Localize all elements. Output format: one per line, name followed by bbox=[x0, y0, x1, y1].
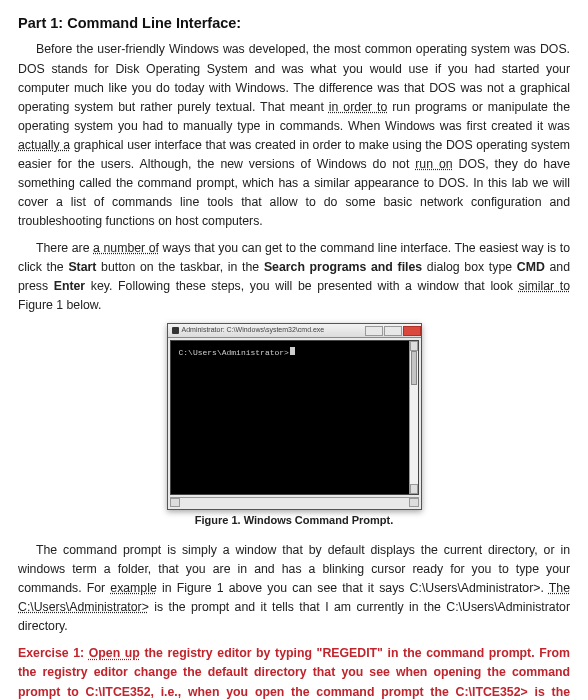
scroll-right-icon[interactable] bbox=[409, 498, 419, 507]
maximize-button[interactable] bbox=[384, 326, 402, 336]
text: Exercise 1: bbox=[18, 646, 89, 660]
text-underlined: example bbox=[110, 581, 156, 595]
text-underlined: actually a bbox=[18, 138, 70, 152]
text-underlined: The bbox=[549, 581, 570, 595]
scroll-left-icon[interactable] bbox=[170, 498, 180, 507]
text: in Figure 1 above you can see that it sa… bbox=[157, 581, 549, 595]
cmd-window: Administrator: C:\Windows\system32\cmd.e… bbox=[167, 323, 422, 510]
paragraph-1: Before the user-friendly Windows was dev… bbox=[18, 40, 570, 230]
cursor-icon bbox=[290, 347, 295, 355]
text: There are bbox=[36, 241, 93, 255]
text-underlined: C:\Users\Administrator> bbox=[18, 600, 149, 614]
text-bold: CMD bbox=[517, 260, 545, 274]
titlebar: Administrator: C:\Windows\system32\cmd.e… bbox=[168, 324, 421, 338]
window-title: Administrator: C:\Windows\system32\cmd.e… bbox=[182, 325, 325, 336]
figure-caption: Figure 1. Windows Command Prompt. bbox=[18, 512, 570, 529]
text-underlined: Open up bbox=[89, 646, 140, 660]
text: key. Following these steps, you will be … bbox=[85, 279, 518, 293]
text-underlined: similar to bbox=[519, 279, 570, 293]
vertical-scrollbar[interactable] bbox=[409, 341, 418, 494]
prompt-text: C:\Users\Administrator> bbox=[179, 348, 289, 357]
text-underlined: in order to bbox=[329, 100, 387, 114]
console-area[interactable]: C:\Users\Administrator> bbox=[170, 340, 419, 495]
scroll-track[interactable] bbox=[410, 351, 418, 484]
section-heading: Part 1: Command Line Interface: bbox=[18, 12, 570, 34]
close-button[interactable] bbox=[403, 326, 421, 336]
window-buttons bbox=[365, 326, 421, 336]
paragraph-3: The command prompt is simply a window th… bbox=[18, 541, 570, 636]
text-bold: Search programs and files bbox=[264, 260, 422, 274]
text: dialog box type bbox=[422, 260, 517, 274]
scroll-thumb[interactable] bbox=[411, 351, 417, 385]
paragraph-2: There are a number of ways that you can … bbox=[18, 239, 570, 315]
text-bold: Enter bbox=[54, 279, 85, 293]
text-bold: Start bbox=[68, 260, 96, 274]
cmd-icon bbox=[172, 327, 179, 334]
text-underlined: run on bbox=[415, 157, 452, 171]
scroll-down-icon[interactable] bbox=[410, 484, 418, 494]
text: Figure 1 below. bbox=[18, 298, 101, 312]
text: button on the taskbar, in the bbox=[96, 260, 263, 274]
exercise-1: Exercise 1: Open up the registry editor … bbox=[18, 644, 570, 700]
minimize-button[interactable] bbox=[365, 326, 383, 336]
horizontal-scrollbar[interactable] bbox=[170, 497, 419, 507]
text-underlined: a number of bbox=[93, 241, 159, 255]
scroll-up-icon[interactable] bbox=[410, 341, 418, 351]
